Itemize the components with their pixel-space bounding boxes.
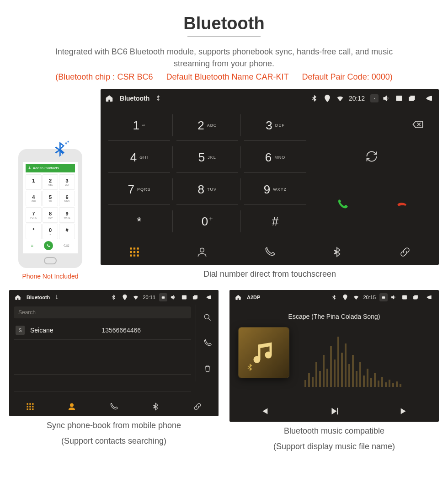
tab-bluetooth[interactable] [304,246,371,258]
dialer-key-3[interactable]: 3DEF [241,109,309,141]
title-rule [187,36,261,37]
contact-number: 13566664466 [101,327,141,334]
status-bar: Bluetooth 20:12 [101,89,439,107]
close-icon[interactable] [400,293,409,301]
tab-pair[interactable] [371,246,439,258]
recent-apps-icon[interactable] [408,94,416,102]
pb-app-title: Bluetooth [27,295,50,300]
volume-icon[interactable] [389,293,398,301]
volume-icon[interactable] [169,293,177,301]
dialer-key-5[interactable]: 5JKL [173,141,241,173]
svg-rect-29 [29,409,31,410]
svg-point-33 [383,297,384,298]
tab-dialpad[interactable] [101,246,168,258]
svg-point-18 [163,297,164,298]
pb-status-time: 20:11 [143,295,155,300]
phone-key-6: 6MNO [59,191,75,206]
svg-point-0 [65,143,67,145]
call-hangup-button[interactable] [395,198,408,213]
phone-menu-icon: ≡ [31,243,33,248]
phone-disclaimer: Phone Not Included [9,273,91,280]
back-icon[interactable] [425,293,433,301]
svg-rect-15 [137,255,139,257]
phone-key-0: 0+ [43,224,59,239]
music-caption-2: (Support display music file name) [229,441,439,452]
recent-apps-icon[interactable] [191,293,199,301]
svg-rect-24 [32,403,33,405]
phone-backspace-icon: ⌫ [64,243,69,248]
dialer-key-4[interactable]: 4GHI [105,141,173,173]
tab-bluetooth[interactable] [135,402,177,411]
music-status-time: 20:15 [363,295,376,300]
page-description: Integrated with BC6 Bluetooth module, su… [9,46,439,72]
phone-call-icon [44,241,53,250]
dialer-key-6[interactable]: 6MNO [241,141,309,173]
dialer-key-*[interactable]: * [105,205,173,237]
dialer-key-9[interactable]: 9WXYZ [241,173,309,205]
tab-call-log[interactable] [236,246,304,258]
dialer-device: Bluetooth 20:12 1∞2ABC3DEF4GHI5JKL6MNO7P… [101,89,439,265]
location-icon [323,94,331,102]
phone-key-2: 2ABC [43,174,59,190]
dialer-key-2[interactable]: 2ABC [173,109,241,141]
svg-point-21 [204,315,209,319]
bluetooth-logo-icon [49,140,69,162]
wifi-icon [352,293,360,301]
svg-rect-30 [32,409,33,410]
redial-button[interactable] [365,150,378,165]
home-icon[interactable] [234,293,242,301]
tab-pair[interactable] [176,402,219,411]
phone-key-#: # [59,224,75,239]
pb-status-bar: Bluetooth 20:11 [9,290,219,305]
next-track-button[interactable] [369,406,439,416]
phone-key-5: 5JKL [43,191,59,206]
dialer-keypad: 1∞2ABC3DEF4GHI5JKL6MNO7PQRS8TUV9WXYZ*0+# [105,109,309,237]
svg-rect-8 [133,247,135,249]
close-icon[interactable] [395,94,403,102]
svg-rect-25 [27,406,28,408]
tab-call-log[interactable] [93,402,135,411]
contact-row[interactable]: S Seicane 13566664466 [14,321,191,340]
back-icon[interactable] [425,94,433,102]
pb-tabbar [9,397,219,416]
search-button[interactable] [196,305,219,330]
search-input[interactable]: Search [14,306,191,318]
call-contact-button[interactable] [196,330,219,356]
dialer-key-8[interactable]: 8TUV [173,173,241,205]
screenshot-icon[interactable] [159,293,167,301]
dialer-key-7[interactable]: 7PQRS [105,173,173,205]
screenshot-icon[interactable] [370,94,379,102]
screenshot-icon[interactable] [379,293,388,301]
call-answer-button[interactable] [336,198,349,213]
tab-dialpad[interactable] [9,402,51,411]
tab-contacts[interactable] [168,246,236,258]
music-status-bar: A2DP 20:15 [229,290,439,305]
bluetooth-status-icon [330,293,338,301]
dialer-key-#[interactable]: # [241,205,309,237]
dialer-key-1[interactable]: 1∞ [105,109,173,141]
dialer-caption: Dial number direct from touchscreen [101,268,439,280]
svg-rect-13 [130,255,132,257]
equalizer-visual [304,327,428,387]
svg-point-1 [67,141,69,143]
svg-point-4 [374,98,375,99]
backspace-button[interactable] [411,118,424,133]
home-icon[interactable] [105,94,113,102]
play-pause-button[interactable] [299,406,369,416]
volume-icon[interactable] [382,94,390,102]
music-app-title: A2DP [247,295,260,300]
prev-track-button[interactable] [229,406,299,416]
phone-mockup: Add to Contacts 12ABC3DEF4GHI5JKL6MNO7PQ… [18,149,82,268]
contact-list[interactable]: S Seicane 13566664466 [9,320,196,397]
back-icon[interactable] [205,293,213,301]
dialer-tabbar [101,239,439,265]
delete-contact-button[interactable] [196,356,219,381]
home-icon[interactable] [14,293,22,301]
svg-rect-11 [133,251,135,253]
close-icon[interactable] [180,293,188,301]
track-title: Escape (The Pina Colada Song) [229,313,439,320]
tab-contacts[interactable] [51,402,93,411]
recent-apps-icon[interactable] [411,293,420,301]
svg-rect-10 [130,251,132,253]
dialer-key-0[interactable]: 0+ [173,205,241,237]
